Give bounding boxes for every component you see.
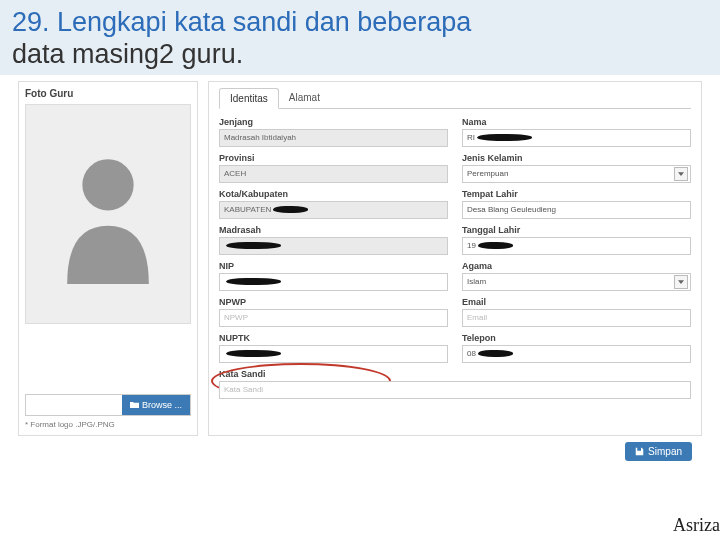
title-line-2: data masing2 guru. — [12, 38, 708, 70]
chevron-down-icon — [674, 275, 688, 289]
simpan-button[interactable]: Simpan — [625, 442, 692, 461]
tempat-field[interactable]: Desa Blang Geuleudieng — [462, 201, 691, 219]
nuptk-label: NUPTK — [219, 333, 448, 343]
tgl-label: Tanggal Lahir — [462, 225, 691, 235]
browse-button[interactable]: Browse ... — [122, 395, 190, 415]
sandi-placeholder: Kata Sandi — [224, 385, 263, 394]
tempat-label: Tempat Lahir — [462, 189, 691, 199]
folder-icon — [130, 401, 139, 409]
kota-value: KABUPATEN — [224, 205, 271, 214]
madrasah-label: Madrasah — [219, 225, 448, 235]
npwp-label: NPWP — [219, 297, 448, 307]
nama-value: RI — [467, 133, 475, 142]
redacted-mark — [226, 242, 281, 249]
email-label: Email — [462, 297, 691, 307]
slide-title: 29. Lengkapi kata sandi dan beberapa dat… — [0, 0, 720, 75]
avatar-icon — [48, 144, 168, 284]
tgl-value: 19 — [467, 241, 476, 250]
agama-select[interactable]: Islam — [462, 273, 691, 291]
photo-panel-title: Foto Guru — [25, 88, 191, 99]
tab-alamat[interactable]: Alamat — [279, 88, 330, 108]
photo-panel: Foto Guru Browse ... * Format logo .JPG/… — [18, 81, 198, 436]
tabs: Identitas Alamat — [219, 88, 691, 109]
jk-select[interactable]: Perempuan — [462, 165, 691, 183]
redacted-mark — [273, 206, 308, 213]
sandi-field[interactable]: Kata Sandi — [219, 381, 691, 399]
telepon-value: 08 — [467, 349, 476, 358]
redacted-mark — [477, 134, 532, 141]
jk-label: Jenis Kelamin — [462, 153, 691, 163]
nama-label: Nama — [462, 117, 691, 127]
nip-label: NIP — [219, 261, 448, 271]
provinsi-value: ACEH — [224, 169, 246, 178]
browse-label: Browse ... — [142, 400, 182, 410]
svg-point-0 — [82, 159, 133, 210]
jenjang-field: Madrasah Ibtidaiyah — [219, 129, 448, 147]
email-field[interactable]: Email — [462, 309, 691, 327]
tempat-value: Desa Blang Geuleudieng — [467, 205, 556, 214]
kota-field: KABUPATEN — [219, 201, 448, 219]
sandi-label: Kata Sandi — [219, 369, 691, 379]
nuptk-field[interactable] — [219, 345, 448, 363]
agama-label: Agama — [462, 261, 691, 271]
photo-placeholder — [25, 104, 191, 324]
redacted-mark — [226, 350, 281, 357]
nama-field[interactable]: RI — [462, 129, 691, 147]
telepon-label: Telepon — [462, 333, 691, 343]
agama-value: Islam — [467, 277, 486, 286]
simpan-label: Simpan — [648, 446, 682, 457]
provinsi-field: ACEH — [219, 165, 448, 183]
kota-label: Kota/Kabupaten — [219, 189, 448, 199]
format-note: * Format logo .JPG/.PNG — [25, 420, 191, 429]
chevron-down-icon — [674, 167, 688, 181]
email-placeholder: Email — [467, 313, 487, 322]
tgl-field[interactable]: 19 — [462, 237, 691, 255]
npwp-field[interactable]: NPWP — [219, 309, 448, 327]
redacted-mark — [478, 242, 513, 249]
nip-field[interactable] — [219, 273, 448, 291]
provinsi-label: Provinsi — [219, 153, 448, 163]
save-icon — [635, 447, 644, 456]
upload-filename-input[interactable] — [26, 395, 122, 415]
author-label: Asriza — [673, 515, 720, 536]
redacted-mark — [226, 278, 281, 285]
redacted-mark — [478, 350, 513, 357]
jenjang-label: Jenjang — [219, 117, 448, 127]
npwp-placeholder: NPWP — [224, 313, 248, 322]
madrasah-field — [219, 237, 448, 255]
form-panel: Identitas Alamat Jenjang Madrasah Ibtida… — [208, 81, 702, 436]
title-line-1: 29. Lengkapi kata sandi dan beberapa — [12, 6, 708, 38]
tab-identitas[interactable]: Identitas — [219, 88, 279, 109]
upload-row: Browse ... — [25, 394, 191, 416]
telepon-field[interactable]: 08 — [462, 345, 691, 363]
jk-value: Perempuan — [467, 169, 508, 178]
jenjang-value: Madrasah Ibtidaiyah — [224, 133, 296, 142]
